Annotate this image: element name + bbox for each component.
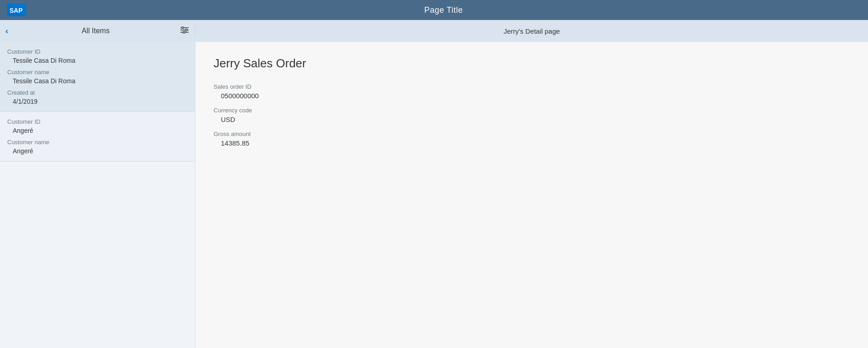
- detail-panel: Jerry Sales Order Sales order ID 0500000…: [195, 42, 868, 348]
- customer-name-label-1: Customer name: [7, 69, 188, 76]
- sales-order-id-value: 0500000000: [214, 92, 850, 100]
- nav-left: ‹ All Items: [0, 26, 195, 36]
- detail-nav-title: Jerry's Detail page: [195, 27, 868, 35]
- svg-point-8: [183, 31, 185, 33]
- currency-code-value: USD: [214, 116, 850, 123]
- created-at-label-1: Created at: [7, 89, 188, 96]
- filter-icon[interactable]: [180, 26, 190, 36]
- svg-point-7: [185, 29, 187, 31]
- page-title: Page Title: [26, 5, 861, 15]
- created-at-value-1: 4/1/2019: [7, 98, 188, 105]
- customer-id-value-2: Angeré: [7, 127, 188, 134]
- gross-amount-value: 14385.85: [214, 139, 850, 147]
- app-header: SAP Page Title: [0, 0, 868, 20]
- main-layout: Customer ID Tessile Casa Di Roma Custome…: [0, 42, 868, 348]
- customer-name-value-1: Tessile Casa Di Roma: [7, 77, 188, 85]
- sap-logo: SAP: [7, 4, 26, 16]
- customer-id-label-1: Customer ID: [7, 48, 188, 55]
- sales-order-id-label: Sales order ID: [214, 83, 850, 90]
- back-button[interactable]: ‹: [5, 26, 8, 36]
- svg-text:SAP: SAP: [10, 7, 23, 14]
- customer-id-value-1: Tessile Casa Di Roma: [7, 57, 188, 64]
- list-nav-title: All Items: [12, 27, 180, 35]
- currency-code-label: Currency code: [214, 107, 850, 114]
- customer-name-value-2: Angeré: [7, 147, 188, 155]
- list-panel: Customer ID Tessile Casa Di Roma Custome…: [0, 42, 195, 348]
- svg-point-6: [182, 27, 184, 29]
- list-item[interactable]: Customer ID Tessile Casa Di Roma Custome…: [0, 42, 195, 112]
- gross-amount-label: Gross amount: [214, 131, 850, 137]
- detail-title: Jerry Sales Order: [214, 56, 850, 71]
- nav-bar: ‹ All Items Jerry's Detail page: [0, 20, 868, 42]
- customer-id-label-2: Customer ID: [7, 118, 188, 125]
- customer-name-label-2: Customer name: [7, 139, 188, 146]
- list-item[interactable]: Customer ID Angeré Customer name Angeré: [0, 112, 195, 161]
